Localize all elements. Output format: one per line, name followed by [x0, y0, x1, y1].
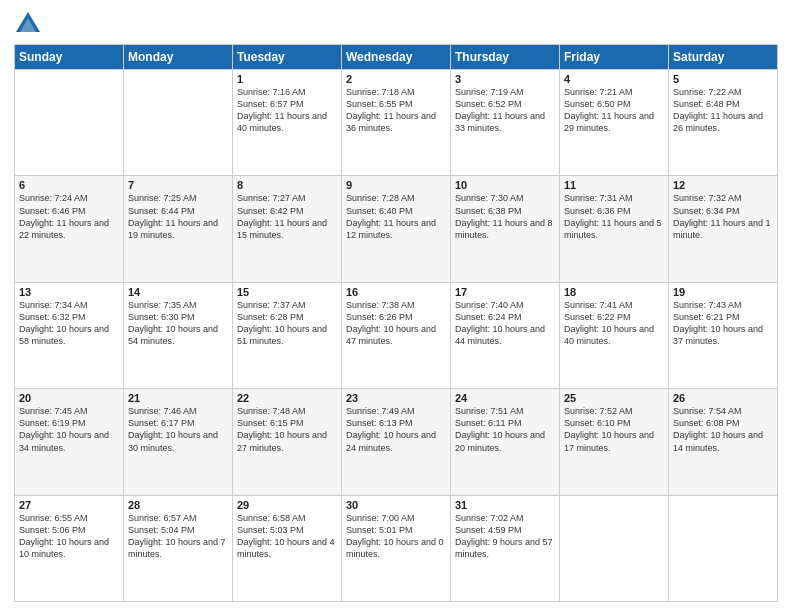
calendar-cell: 28Sunrise: 6:57 AM Sunset: 5:04 PM Dayli…: [124, 495, 233, 601]
day-number: 18: [564, 286, 664, 298]
day-number: 29: [237, 499, 337, 511]
day-info: Sunrise: 6:57 AM Sunset: 5:04 PM Dayligh…: [128, 512, 228, 561]
dow-header-friday: Friday: [560, 45, 669, 70]
day-number: 14: [128, 286, 228, 298]
day-info: Sunrise: 7:45 AM Sunset: 6:19 PM Dayligh…: [19, 405, 119, 454]
day-info: Sunrise: 7:35 AM Sunset: 6:30 PM Dayligh…: [128, 299, 228, 348]
day-info: Sunrise: 7:24 AM Sunset: 6:46 PM Dayligh…: [19, 192, 119, 241]
dow-header-sunday: Sunday: [15, 45, 124, 70]
day-number: 4: [564, 73, 664, 85]
day-info: Sunrise: 7:52 AM Sunset: 6:10 PM Dayligh…: [564, 405, 664, 454]
day-number: 23: [346, 392, 446, 404]
day-number: 1: [237, 73, 337, 85]
calendar-cell: [15, 70, 124, 176]
logo-icon: [14, 10, 42, 38]
day-number: 21: [128, 392, 228, 404]
day-info: Sunrise: 7:49 AM Sunset: 6:13 PM Dayligh…: [346, 405, 446, 454]
calendar-cell: [669, 495, 778, 601]
dow-header-wednesday: Wednesday: [342, 45, 451, 70]
day-info: Sunrise: 7:31 AM Sunset: 6:36 PM Dayligh…: [564, 192, 664, 241]
calendar-cell: 8Sunrise: 7:27 AM Sunset: 6:42 PM Daylig…: [233, 176, 342, 282]
day-info: Sunrise: 7:37 AM Sunset: 6:28 PM Dayligh…: [237, 299, 337, 348]
day-number: 10: [455, 179, 555, 191]
calendar-cell: 21Sunrise: 7:46 AM Sunset: 6:17 PM Dayli…: [124, 389, 233, 495]
day-number: 22: [237, 392, 337, 404]
day-number: 6: [19, 179, 119, 191]
calendar-cell: 16Sunrise: 7:38 AM Sunset: 6:26 PM Dayli…: [342, 282, 451, 388]
calendar-week-3: 13Sunrise: 7:34 AM Sunset: 6:32 PM Dayli…: [15, 282, 778, 388]
calendar-cell: 20Sunrise: 7:45 AM Sunset: 6:19 PM Dayli…: [15, 389, 124, 495]
day-number: 17: [455, 286, 555, 298]
calendar-cell: 11Sunrise: 7:31 AM Sunset: 6:36 PM Dayli…: [560, 176, 669, 282]
day-number: 11: [564, 179, 664, 191]
calendar-cell: [560, 495, 669, 601]
dow-header-tuesday: Tuesday: [233, 45, 342, 70]
calendar-cell: 19Sunrise: 7:43 AM Sunset: 6:21 PM Dayli…: [669, 282, 778, 388]
day-info: Sunrise: 6:55 AM Sunset: 5:06 PM Dayligh…: [19, 512, 119, 561]
calendar-cell: 29Sunrise: 6:58 AM Sunset: 5:03 PM Dayli…: [233, 495, 342, 601]
calendar-cell: 31Sunrise: 7:02 AM Sunset: 4:59 PM Dayli…: [451, 495, 560, 601]
calendar-cell: 17Sunrise: 7:40 AM Sunset: 6:24 PM Dayli…: [451, 282, 560, 388]
calendar-week-4: 20Sunrise: 7:45 AM Sunset: 6:19 PM Dayli…: [15, 389, 778, 495]
day-info: Sunrise: 7:19 AM Sunset: 6:52 PM Dayligh…: [455, 86, 555, 135]
day-number: 13: [19, 286, 119, 298]
calendar-cell: 3Sunrise: 7:19 AM Sunset: 6:52 PM Daylig…: [451, 70, 560, 176]
day-info: Sunrise: 7:43 AM Sunset: 6:21 PM Dayligh…: [673, 299, 773, 348]
calendar-cell: 10Sunrise: 7:30 AM Sunset: 6:38 PM Dayli…: [451, 176, 560, 282]
day-number: 24: [455, 392, 555, 404]
day-number: 26: [673, 392, 773, 404]
calendar-cell: 30Sunrise: 7:00 AM Sunset: 5:01 PM Dayli…: [342, 495, 451, 601]
day-number: 31: [455, 499, 555, 511]
calendar-cell: 24Sunrise: 7:51 AM Sunset: 6:11 PM Dayli…: [451, 389, 560, 495]
calendar-cell: 1Sunrise: 7:16 AM Sunset: 6:57 PM Daylig…: [233, 70, 342, 176]
day-info: Sunrise: 7:18 AM Sunset: 6:55 PM Dayligh…: [346, 86, 446, 135]
day-number: 27: [19, 499, 119, 511]
day-number: 5: [673, 73, 773, 85]
calendar-cell: 15Sunrise: 7:37 AM Sunset: 6:28 PM Dayli…: [233, 282, 342, 388]
day-info: Sunrise: 7:48 AM Sunset: 6:15 PM Dayligh…: [237, 405, 337, 454]
calendar-cell: 7Sunrise: 7:25 AM Sunset: 6:44 PM Daylig…: [124, 176, 233, 282]
day-info: Sunrise: 7:00 AM Sunset: 5:01 PM Dayligh…: [346, 512, 446, 561]
day-info: Sunrise: 7:30 AM Sunset: 6:38 PM Dayligh…: [455, 192, 555, 241]
day-info: Sunrise: 7:25 AM Sunset: 6:44 PM Dayligh…: [128, 192, 228, 241]
day-number: 12: [673, 179, 773, 191]
calendar-table: SundayMondayTuesdayWednesdayThursdayFrid…: [14, 44, 778, 602]
dow-header-saturday: Saturday: [669, 45, 778, 70]
calendar-week-1: 1Sunrise: 7:16 AM Sunset: 6:57 PM Daylig…: [15, 70, 778, 176]
days-of-week-row: SundayMondayTuesdayWednesdayThursdayFrid…: [15, 45, 778, 70]
logo: [14, 10, 46, 38]
calendar-cell: 13Sunrise: 7:34 AM Sunset: 6:32 PM Dayli…: [15, 282, 124, 388]
calendar-cell: 12Sunrise: 7:32 AM Sunset: 6:34 PM Dayli…: [669, 176, 778, 282]
calendar-cell: 27Sunrise: 6:55 AM Sunset: 5:06 PM Dayli…: [15, 495, 124, 601]
day-info: Sunrise: 7:27 AM Sunset: 6:42 PM Dayligh…: [237, 192, 337, 241]
calendar-cell: 4Sunrise: 7:21 AM Sunset: 6:50 PM Daylig…: [560, 70, 669, 176]
day-number: 2: [346, 73, 446, 85]
calendar-cell: 26Sunrise: 7:54 AM Sunset: 6:08 PM Dayli…: [669, 389, 778, 495]
calendar-week-2: 6Sunrise: 7:24 AM Sunset: 6:46 PM Daylig…: [15, 176, 778, 282]
dow-header-monday: Monday: [124, 45, 233, 70]
day-info: Sunrise: 7:32 AM Sunset: 6:34 PM Dayligh…: [673, 192, 773, 241]
day-info: Sunrise: 7:54 AM Sunset: 6:08 PM Dayligh…: [673, 405, 773, 454]
calendar-cell: 22Sunrise: 7:48 AM Sunset: 6:15 PM Dayli…: [233, 389, 342, 495]
day-info: Sunrise: 6:58 AM Sunset: 5:03 PM Dayligh…: [237, 512, 337, 561]
day-number: 16: [346, 286, 446, 298]
calendar-week-5: 27Sunrise: 6:55 AM Sunset: 5:06 PM Dayli…: [15, 495, 778, 601]
day-info: Sunrise: 7:41 AM Sunset: 6:22 PM Dayligh…: [564, 299, 664, 348]
calendar-cell: 6Sunrise: 7:24 AM Sunset: 6:46 PM Daylig…: [15, 176, 124, 282]
calendar-body: 1Sunrise: 7:16 AM Sunset: 6:57 PM Daylig…: [15, 70, 778, 602]
calendar-cell: 25Sunrise: 7:52 AM Sunset: 6:10 PM Dayli…: [560, 389, 669, 495]
day-info: Sunrise: 7:28 AM Sunset: 6:40 PM Dayligh…: [346, 192, 446, 241]
day-number: 19: [673, 286, 773, 298]
calendar-cell: [124, 70, 233, 176]
calendar-cell: 2Sunrise: 7:18 AM Sunset: 6:55 PM Daylig…: [342, 70, 451, 176]
day-info: Sunrise: 7:40 AM Sunset: 6:24 PM Dayligh…: [455, 299, 555, 348]
calendar-cell: 18Sunrise: 7:41 AM Sunset: 6:22 PM Dayli…: [560, 282, 669, 388]
calendar-cell: 5Sunrise: 7:22 AM Sunset: 6:48 PM Daylig…: [669, 70, 778, 176]
day-number: 8: [237, 179, 337, 191]
day-info: Sunrise: 7:21 AM Sunset: 6:50 PM Dayligh…: [564, 86, 664, 135]
calendar-cell: 9Sunrise: 7:28 AM Sunset: 6:40 PM Daylig…: [342, 176, 451, 282]
day-number: 25: [564, 392, 664, 404]
day-info: Sunrise: 7:38 AM Sunset: 6:26 PM Dayligh…: [346, 299, 446, 348]
day-info: Sunrise: 7:22 AM Sunset: 6:48 PM Dayligh…: [673, 86, 773, 135]
page-header: [14, 10, 778, 38]
